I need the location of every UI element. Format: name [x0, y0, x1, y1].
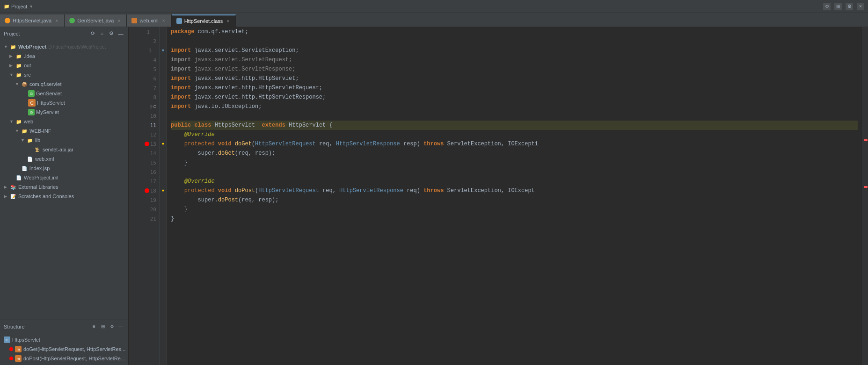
libs-icon: 📚 — [9, 183, 17, 191]
gm-17 — [160, 177, 167, 186]
tree-item-iml[interactable]: 📄 WebProject.iml — [0, 173, 128, 182]
code-content[interactable]: package com.qf.servlet; import javax.ser… — [167, 27, 861, 365]
gear-icon[interactable]: ⚙ — [846, 3, 853, 10]
tree-item-genservlet[interactable]: G GenServlet — [0, 89, 128, 98]
java-icon: C — [28, 99, 36, 107]
gm-10 — [160, 111, 167, 121]
structure-header: Structure ≡ ⊞ ⚙ — — [0, 320, 128, 333]
code-line-21: } — [171, 214, 858, 223]
struct-doget[interactable]: m doGet(HttpServletRequest, HttpServletR… — [0, 344, 128, 354]
gm-6 — [160, 74, 167, 83]
code-line-6: import javax.servlet.http.HttpServlet; — [171, 74, 858, 83]
code-line-7: import javax.servlet.http.HttpServletReq… — [171, 83, 858, 93]
tree-item-extlibs[interactable]: ▶ 📚 External Libraries — [0, 182, 128, 192]
sync-icon[interactable]: ⟳ — [89, 30, 96, 37]
project-tree: ▼ 📁 WebProject D:\IdeaProjects\WebProjec… — [0, 40, 128, 320]
structure-content: C HttpsServlet m doGet(HttpServletReques… — [0, 333, 128, 365]
tab-close-webxml[interactable]: × — [161, 18, 167, 23]
tree-item-scratches[interactable]: ▶ 📝 Scratches and Consoles — [0, 192, 128, 201]
gm-11 — [160, 121, 167, 130]
tree-item-myservlet[interactable]: G MyServlet — [0, 107, 128, 117]
tree-item-lib[interactable]: ▼ 📁 lib — [0, 136, 128, 145]
code-line-4: import javax.servlet.ServletRequest; — [171, 55, 858, 64]
tree-item-package[interactable]: ▼ 📦 com.qf.servlet — [0, 79, 128, 89]
ln-14: 14 — [129, 149, 159, 158]
iml-icon: 📄 — [15, 174, 22, 181]
struct-class[interactable]: C HttpsServlet — [0, 335, 128, 344]
tree-item-idea[interactable]: ▶ 📁 .idea — [0, 51, 128, 61]
java-icon — [69, 18, 75, 23]
ln-1: 1 — [129, 27, 159, 36]
arrow-src: ▼ — [9, 72, 15, 77]
sidebar-header-icons: ⟳ ≡ ⚙ — — [89, 30, 124, 37]
tree-label-servletapi: servlet-api.jar — [43, 147, 73, 152]
tree-item-webinf[interactable]: ▼ 📁 WEB-INF — [0, 126, 128, 136]
tree-label-iml: WebProject.iml — [24, 175, 58, 180]
gm-18: ▼ — [160, 186, 167, 195]
tab-httpservlet[interactable]: HttpServlet.class × — [172, 14, 236, 27]
ln-5: 5 — [129, 64, 159, 74]
gutter-markers: ▼ ▼ ▼ — [160, 27, 167, 365]
bookmark-3 — [153, 49, 156, 52]
tree-item-webproject[interactable]: ▼ 📁 WebProject D:\IdeaProjects\WebProjec… — [0, 42, 128, 51]
bookmark-marker-3: ▼ — [161, 48, 165, 53]
tree-item-src[interactable]: ▼ 📁 src — [0, 70, 128, 79]
java-icon — [5, 18, 10, 23]
tree-item-out[interactable]: ▶ 📁 out — [0, 61, 128, 70]
tab-bar: HttpsServlet.java × GenServlet.java × we… — [0, 13, 868, 27]
gm-16 — [160, 167, 167, 177]
tree-label-src: src — [24, 72, 31, 78]
ln-6: 6 — [129, 74, 159, 83]
tree-item-indexjsp[interactable]: 📄 index.jsp — [0, 164, 128, 173]
settings-icon[interactable]: ⚙ — [823, 3, 831, 10]
arrow-idea: ▶ — [9, 54, 15, 58]
tree-item-webxml[interactable]: 📄 web.xml — [0, 154, 128, 164]
struct-settings-icon[interactable]: ⚙ — [108, 323, 116, 330]
arrow-out: ▶ — [9, 63, 15, 68]
tree-label-out: out — [24, 63, 31, 68]
code-line-20: } — [171, 205, 858, 214]
tab-genservlet[interactable]: GenServlet.java × — [65, 14, 127, 27]
breakpoint-13[interactable] — [145, 142, 149, 146]
tree-item-web[interactable]: ▼ 📁 web — [0, 117, 128, 126]
ln-7: 7 — [129, 83, 159, 93]
sidebar-title: Project — [4, 31, 89, 36]
tab-webxml[interactable]: web.xml × — [127, 14, 171, 27]
project-dropdown[interactable]: 📁 Project ▼ — [4, 4, 33, 9]
tab-close-genservlet[interactable]: × — [116, 18, 122, 23]
error-marker-13 — [864, 139, 868, 141]
code-line-12: @Override — [171, 130, 858, 139]
close-icon[interactable]: × — [857, 3, 864, 10]
tab-httpsservlet[interactable]: HttpsServlet.java × — [0, 14, 65, 27]
ln-9: 9 — [129, 102, 159, 111]
code-editor[interactable]: 1 2 3 4 5 6 7 8 9 10 11 12 — [129, 27, 868, 365]
structure-title: Structure — [4, 324, 90, 329]
tree-label-webxml: web.xml — [35, 156, 54, 162]
tree-item-httpsservlet[interactable]: C HttpsServlet — [0, 98, 128, 107]
folder-webinf-icon: 📁 — [21, 127, 28, 135]
collapse-icon[interactable]: ≡ — [98, 30, 106, 37]
arrow-web: ▼ — [9, 119, 15, 124]
struct-dopost[interactable]: m doPost(HttpServletRequest, HttpServlet… — [0, 354, 128, 363]
tree-label-myservlet: MyServlet — [36, 109, 59, 115]
tree-item-servletapi[interactable]: 🗜 servlet-api.jar — [0, 145, 128, 154]
folder-web-icon: 📁 — [15, 118, 22, 125]
tab-close-httpservlet[interactable]: × — [225, 18, 231, 24]
alphabetical-icon[interactable]: ≡ — [90, 323, 98, 330]
minimize-icon[interactable]: — — [117, 30, 124, 37]
gm-3: ▼ — [160, 46, 167, 55]
settings-sidebar-icon[interactable]: ⚙ — [108, 30, 115, 37]
ln-4: 4 — [129, 55, 159, 64]
java-icon: G — [28, 90, 35, 97]
code-line-17: @Override — [171, 177, 858, 186]
expand-icon[interactable]: ⊞ — [99, 323, 107, 330]
structure-panel: Structure ≡ ⊞ ⚙ — C HttpsServlet m — [0, 320, 128, 365]
xml-icon — [131, 18, 137, 23]
tab-close-httpsservlet[interactable]: × — [54, 18, 59, 23]
code-line-8: import javax.servlet.http.HttpServletRes… — [171, 93, 858, 102]
layout-icon[interactable]: ⊞ — [834, 3, 842, 10]
struct-minimize-icon[interactable]: — — [117, 323, 124, 330]
tree-label-extlibs: External Libraries — [18, 184, 58, 190]
ln-15: 15 — [129, 158, 159, 167]
breakpoint-18[interactable] — [145, 188, 149, 193]
